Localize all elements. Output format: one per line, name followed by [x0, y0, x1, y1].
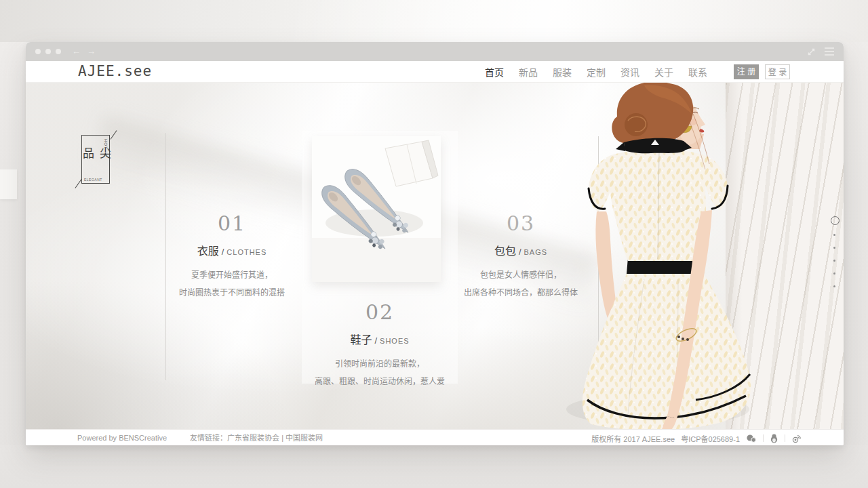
section-desc-line: 夏季便开始盛行其道，	[164, 268, 300, 280]
login-button[interactable]: 登 录	[765, 64, 790, 79]
wechat-icon[interactable]	[746, 434, 757, 443]
site-header: AJEE.see 首页 新品 服装 定制 资讯 关于 联系 注 册 登 录	[26, 61, 844, 83]
register-button[interactable]: 注 册	[734, 64, 759, 79]
maximize-window-icon[interactable]	[56, 49, 61, 54]
expand-icon[interactable]	[807, 47, 816, 56]
nav-item-contact[interactable]: 联系	[688, 65, 707, 79]
hero-banner: 尖品 HOT ELEGANT 01 衣服/CLOTHES 夏季便开始盛行其道， …	[26, 83, 844, 429]
model-photo	[542, 83, 760, 429]
carousel-dot[interactable]	[833, 234, 835, 236]
site-footer: Powered by BENSCreative 友情链接：广东省服装协会 | 中…	[26, 429, 844, 445]
copyright-text: 版权所有 2017 AJEE.see	[591, 433, 675, 444]
browser-window: ← → AJEE.see 首页 新品 服装 定制 资讯 关于 联系 注 册 登 …	[26, 42, 844, 445]
backdrop-white-square	[0, 169, 17, 199]
icon-separator	[763, 434, 764, 442]
section-desc-line: 时尚圈热衷于不同面料的混搭	[164, 286, 300, 298]
powered-by-text: Powered by BENSCreative	[77, 430, 167, 445]
section-title: 衣服/CLOTHES	[164, 242, 300, 258]
menu-icon[interactable]	[825, 47, 834, 56]
badge-vertical-text: 尖品	[79, 148, 113, 171]
shoes-illustration	[312, 136, 441, 282]
nav-item-news[interactable]: 资讯	[620, 65, 639, 79]
minimize-window-icon[interactable]	[45, 49, 51, 54]
section-shoes: 02 鞋子/SHOES 引领时尚前沿的最新款， 高跟、粗跟、时尚运动休闲，惹人爱	[302, 300, 458, 386]
section-desc-line: 引领时尚前沿的最新款，	[302, 357, 458, 369]
section-title: 鞋子/SHOES	[302, 331, 458, 347]
section-number: 02	[302, 300, 458, 324]
nav-item-apparel[interactable]: 服装	[553, 65, 572, 79]
section-number: 01	[164, 211, 300, 235]
nav-item-about[interactable]: 关于	[654, 65, 673, 79]
carousel-dot[interactable]	[833, 272, 835, 274]
backdrop-fabric-highlight	[292, 0, 868, 42]
link-gd-apparel-assoc[interactable]: 广东省服装协会	[227, 434, 279, 442]
nav-item-home[interactable]: 首页	[485, 65, 504, 79]
icon-separator	[785, 434, 785, 442]
carousel-active-ring[interactable]	[831, 216, 840, 225]
badge-hot-label: HOT	[104, 139, 108, 150]
forward-icon[interactable]: →	[87, 42, 96, 61]
close-window-icon[interactable]	[35, 49, 41, 54]
friendship-links: 友情链接：广东省服装协会 | 中国服装网	[190, 430, 323, 445]
shoes-showcase-card: 02 鞋子/SHOES 引领时尚前沿的最新款， 高跟、粗跟、时尚运动休闲，惹人爱	[302, 131, 458, 384]
back-icon[interactable]: ←	[72, 42, 81, 61]
hot-pick-badge: 尖品 HOT ELEGANT	[81, 135, 110, 184]
main-nav: 首页 新品 服装 定制 资讯 关于 联系 注 册 登 录	[477, 61, 790, 82]
qq-icon[interactable]	[770, 434, 778, 443]
badge-elegant-label: ELEGANT	[84, 178, 102, 182]
carousel-dot[interactable]	[833, 285, 835, 287]
weibo-icon[interactable]	[791, 434, 802, 443]
link-china-apparel-net[interactable]: 中国服装网	[285, 434, 323, 442]
nav-item-custom[interactable]: 定制	[587, 65, 606, 79]
carousel-dot[interactable]	[833, 260, 835, 262]
site-logo[interactable]: AJEE.see	[78, 61, 152, 82]
browser-chrome-bar: ← →	[26, 42, 844, 61]
carousel-dot[interactable]	[833, 247, 835, 249]
backdrop-bottom	[0, 445, 868, 488]
page-background: ← → AJEE.see 首页 新品 服装 定制 资讯 关于 联系 注 册 登 …	[0, 0, 868, 488]
shoes-product-photo[interactable]	[312, 136, 441, 282]
section-desc-line: 高跟、粗跟、时尚运动休闲，惹人爱	[302, 375, 458, 386]
links-label: 友情链接：	[190, 434, 227, 442]
nav-item-new[interactable]: 新品	[519, 65, 538, 79]
icp-number[interactable]: 粤ICP备025689-1	[681, 433, 740, 444]
links-separator: |	[281, 434, 283, 442]
section-clothes: 01 衣服/CLOTHES 夏季便开始盛行其道， 时尚圈热衷于不同面料的混搭	[164, 211, 300, 298]
